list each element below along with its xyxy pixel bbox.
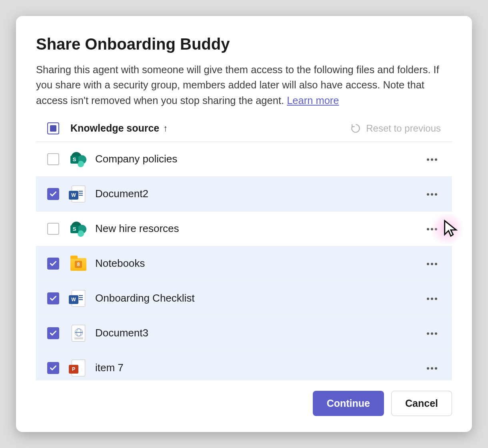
svg-point-5 — [435, 193, 437, 196]
row-more-button[interactable] — [423, 326, 441, 340]
svg-point-20 — [435, 367, 437, 370]
more-horizontal-icon — [426, 228, 438, 231]
list-item[interactable]: Pitem 7 — [36, 351, 452, 380]
svg-point-19 — [431, 367, 433, 370]
undo-icon — [351, 123, 361, 134]
more-horizontal-icon — [426, 367, 438, 370]
row-more-button[interactable] — [423, 361, 441, 375]
item-name: Document3 — [95, 327, 148, 339]
check-icon — [49, 329, 57, 337]
more-horizontal-icon — [426, 262, 438, 266]
more-horizontal-icon — [426, 332, 438, 335]
web-document-icon — [72, 325, 85, 342]
learn-more-link[interactable]: Learn more — [287, 95, 339, 106]
row-more-button[interactable] — [423, 222, 441, 236]
check-icon — [49, 190, 57, 198]
select-all-checkbox[interactable] — [47, 122, 59, 134]
row-more-button[interactable] — [423, 257, 441, 270]
svg-point-18 — [427, 367, 429, 370]
reset-label: Reset to previous — [366, 123, 441, 134]
svg-point-0 — [427, 158, 429, 161]
svg-point-8 — [435, 228, 437, 230]
row-checkbox[interactable] — [47, 223, 59, 235]
svg-point-17 — [435, 332, 437, 335]
row-checkbox[interactable] — [47, 153, 59, 165]
svg-point-4 — [431, 193, 433, 196]
share-modal: Share Onboarding Buddy Sharing this agen… — [16, 16, 472, 432]
row-checkbox[interactable] — [47, 327, 59, 339]
svg-point-11 — [435, 263, 437, 265]
word-icon: W — [72, 186, 85, 202]
check-icon — [49, 364, 57, 372]
row-more-button[interactable] — [423, 292, 441, 305]
item-name: item 7 — [95, 362, 124, 374]
svg-point-2 — [435, 158, 437, 161]
sharepoint-icon: S — [70, 151, 86, 167]
list-item[interactable]: WOnboarding Checklist — [36, 281, 452, 316]
knowledge-source-list: SCompany policiesWDocument2SNew hire res… — [36, 142, 452, 380]
list-item[interactable]: 8Notebooks — [36, 246, 452, 281]
row-checkbox[interactable] — [47, 362, 59, 374]
modal-footer: Continue Cancel — [36, 380, 452, 416]
item-name: New hire resorces — [95, 222, 179, 235]
table-header: Knowledge source ↑ Reset to previous — [36, 122, 452, 142]
svg-point-12 — [427, 298, 429, 300]
item-name: Notebooks — [95, 257, 145, 270]
word-icon: W — [72, 290, 85, 307]
sharepoint-icon: S — [70, 221, 86, 237]
svg-point-16 — [431, 332, 433, 335]
indeterminate-icon — [50, 125, 56, 132]
continue-button[interactable]: Continue — [313, 391, 384, 416]
svg-point-10 — [431, 263, 433, 265]
column-header-knowledge-source[interactable]: Knowledge source — [70, 122, 159, 134]
svg-point-15 — [427, 332, 429, 335]
modal-backdrop: Share Onboarding Buddy Sharing this agen… — [0, 0, 488, 448]
more-horizontal-icon — [426, 158, 438, 161]
list-item[interactable]: WDocument2 — [36, 177, 452, 212]
row-checkbox[interactable] — [47, 188, 59, 200]
more-horizontal-icon — [426, 297, 438, 300]
svg-point-13 — [431, 298, 433, 300]
item-name: Document2 — [95, 188, 148, 200]
row-more-button[interactable] — [423, 152, 441, 166]
svg-point-7 — [431, 228, 433, 230]
check-icon — [49, 294, 57, 302]
list-item[interactable]: SNew hire resorces — [36, 212, 452, 246]
more-horizontal-icon — [426, 193, 438, 196]
powerpoint-icon: P — [72, 360, 85, 376]
cancel-button[interactable]: Cancel — [391, 391, 452, 416]
row-checkbox[interactable] — [47, 292, 59, 304]
svg-point-14 — [435, 298, 437, 300]
svg-point-6 — [427, 228, 429, 230]
list-item[interactable]: Document3 — [36, 316, 452, 351]
item-name: Onboarding Checklist — [95, 292, 195, 304]
row-more-button[interactable] — [423, 187, 441, 201]
modal-title: Share Onboarding Buddy — [36, 35, 452, 53]
modal-subtitle: Sharing this agent with someone will giv… — [36, 62, 452, 108]
svg-point-3 — [427, 193, 429, 196]
svg-point-1 — [431, 158, 433, 161]
list-item[interactable]: SCompany policies — [36, 142, 452, 177]
item-name: Company policies — [95, 153, 177, 165]
subtitle-text: Sharing this agent with someone will giv… — [36, 64, 439, 106]
check-icon — [49, 260, 57, 268]
row-checkbox[interactable] — [47, 258, 59, 270]
svg-point-9 — [427, 263, 429, 265]
folder-icon: 8 — [70, 258, 86, 271]
sort-asc-icon: ↑ — [163, 123, 168, 134]
reset-to-previous-button[interactable]: Reset to previous — [351, 123, 441, 134]
